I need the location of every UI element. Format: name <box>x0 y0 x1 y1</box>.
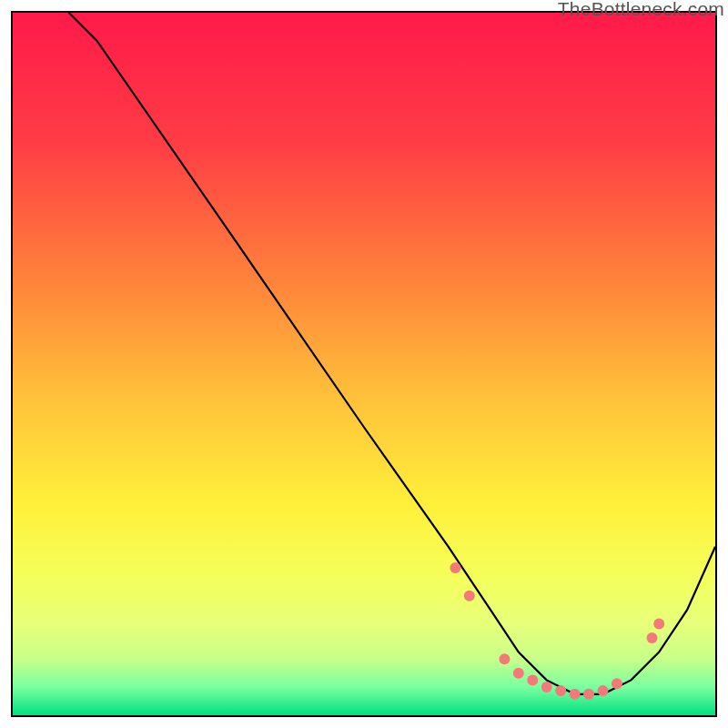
bottleneck-curve <box>13 13 715 694</box>
curve-dot <box>513 668 524 679</box>
curve-dot <box>527 674 538 685</box>
chart-container: TheBottleneck.com <box>0 0 728 728</box>
curve-dot <box>541 682 552 693</box>
curve-dot <box>555 685 566 696</box>
curve-dot <box>653 619 664 630</box>
curve-dot <box>583 689 594 700</box>
curve-dot <box>598 685 609 696</box>
curve-dot <box>612 678 622 689</box>
watermark-text: TheBottleneck.com <box>558 0 724 20</box>
chart-svg <box>13 13 715 715</box>
curve-dot <box>464 591 475 602</box>
curve-dot <box>499 653 510 664</box>
curve-dot <box>450 562 460 573</box>
curve-dot <box>570 689 581 700</box>
curve-dot <box>647 632 658 643</box>
plot-area <box>11 11 717 717</box>
